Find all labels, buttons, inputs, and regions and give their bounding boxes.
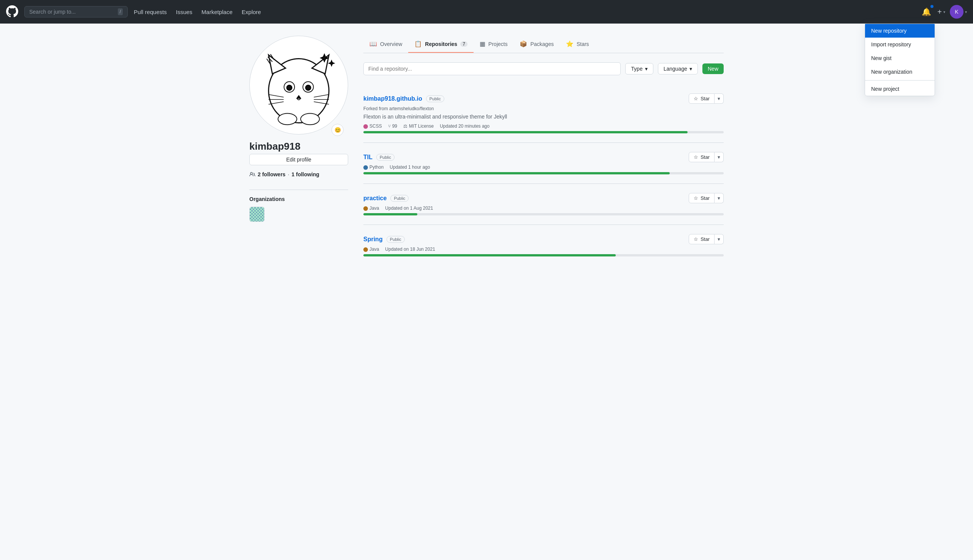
create-dropdown-menu: New repository Import repository New gis… [865,23,935,96]
user-avatar[interactable]: K [950,5,963,18]
notification-dot [930,5,933,8]
create-new-button[interactable]: + ▾ [937,8,945,16]
github-logo[interactable] [6,5,18,18]
dropdown-new-gist[interactable]: New gist [865,51,935,65]
avatar-wrap: K ▾ [950,5,967,18]
header-nav: Pull requests Issues Marketplace Explore [134,9,920,15]
pull-requests-link[interactable]: Pull requests [134,9,167,15]
avatar-chevron-icon: ▾ [965,10,967,14]
plus-icon: + [937,8,942,16]
search-bar[interactable]: / [24,6,128,17]
marketplace-link[interactable]: Marketplace [202,9,233,15]
search-shortcut: / [118,8,123,15]
dropdown-import-repository[interactable]: Import repository [865,38,935,51]
notification-wrap: 🔔 [920,6,933,18]
dropdown-new-organization[interactable]: New organization [865,65,935,78]
dropdown-new-repository[interactable]: New repository [865,24,935,38]
explore-link[interactable]: Explore [242,9,261,15]
search-input[interactable] [29,9,115,15]
issues-link[interactable]: Issues [176,9,192,15]
dropdown-overlay[interactable] [0,0,973,278]
dropdown-divider [865,80,935,80]
main-header: / Pull requests Issues Marketplace Explo… [0,0,973,23]
header-actions: 🔔 + ▾ K ▾ [920,5,967,18]
chevron-down-icon: ▾ [943,10,945,14]
dropdown-new-project[interactable]: New project [865,82,935,96]
